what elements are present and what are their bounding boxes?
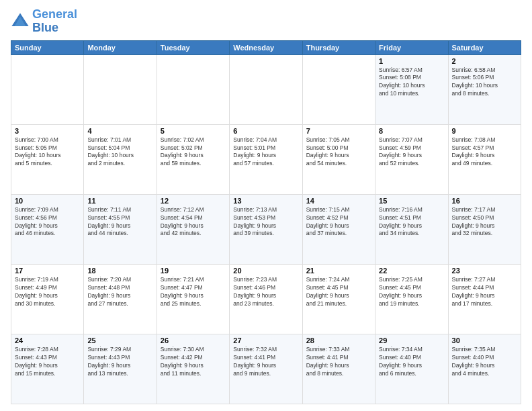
day-info: Sunrise: 7:17 AM Sunset: 4:50 PM Dayligh… [452,206,517,238]
day-number: 25 [87,336,152,345]
col-header-sunday: Sunday [11,40,84,54]
page: General Blue SundayMondayTuesdayWednesda… [0,0,532,411]
day-number: 11 [87,197,152,205]
calendar-cell: 15Sunrise: 7:16 AM Sunset: 4:51 PM Dayli… [375,194,448,264]
calendar-cell [302,54,375,124]
day-info: Sunrise: 7:09 AM Sunset: 4:56 PM Dayligh… [15,206,80,238]
day-number: 3 [15,127,80,135]
logo-text: General Blue [32,8,77,35]
calendar-cell: 27Sunrise: 7:32 AM Sunset: 4:41 PM Dayli… [230,334,302,404]
calendar-cell: 10Sunrise: 7:09 AM Sunset: 4:56 PM Dayli… [11,194,84,264]
day-info: Sunrise: 7:30 AM Sunset: 4:42 PM Dayligh… [161,346,226,378]
day-number: 26 [161,336,226,345]
day-info: Sunrise: 7:02 AM Sunset: 5:02 PM Dayligh… [161,136,226,169]
day-info: Sunrise: 7:08 AM Sunset: 4:57 PM Dayligh… [452,136,517,169]
calendar-cell: 11Sunrise: 7:11 AM Sunset: 4:55 PM Dayli… [84,194,157,264]
calendar-cell: 26Sunrise: 7:30 AM Sunset: 4:42 PM Dayli… [157,334,229,404]
col-header-saturday: Saturday [448,40,521,54]
day-number: 18 [87,267,152,275]
day-info: Sunrise: 7:29 AM Sunset: 4:43 PM Dayligh… [87,346,152,378]
calendar-cell: 4Sunrise: 7:01 AM Sunset: 5:04 PM Daylig… [84,124,157,194]
day-number: 4 [87,127,152,135]
day-info: Sunrise: 7:25 AM Sunset: 4:45 PM Dayligh… [379,276,444,308]
day-number: 14 [306,197,371,205]
col-header-friday: Friday [375,40,448,54]
day-info: Sunrise: 7:33 AM Sunset: 4:41 PM Dayligh… [306,346,371,378]
day-info: Sunrise: 7:07 AM Sunset: 4:59 PM Dayligh… [379,136,444,169]
day-info: Sunrise: 7:27 AM Sunset: 4:44 PM Dayligh… [452,276,517,308]
day-info: Sunrise: 6:58 AM Sunset: 5:06 PM Dayligh… [452,66,517,99]
calendar-week-4: 17Sunrise: 7:19 AM Sunset: 4:49 PM Dayli… [11,264,521,334]
calendar-cell: 20Sunrise: 7:23 AM Sunset: 4:46 PM Dayli… [230,264,302,334]
day-number: 1 [379,57,444,65]
day-info: Sunrise: 7:01 AM Sunset: 5:04 PM Dayligh… [87,136,152,169]
day-info: Sunrise: 7:35 AM Sunset: 4:40 PM Dayligh… [452,346,517,378]
calendar-week-5: 24Sunrise: 7:28 AM Sunset: 4:43 PM Dayli… [11,334,521,404]
day-info: Sunrise: 7:34 AM Sunset: 4:40 PM Dayligh… [379,346,444,378]
day-number: 7 [306,127,371,135]
day-info: Sunrise: 7:15 AM Sunset: 4:52 PM Dayligh… [306,206,371,238]
logo-general: General [32,7,77,21]
day-number: 30 [452,336,517,345]
calendar-cell: 19Sunrise: 7:21 AM Sunset: 4:47 PM Dayli… [157,264,229,334]
day-number: 17 [15,267,80,275]
day-info: Sunrise: 7:23 AM Sunset: 4:46 PM Dayligh… [233,276,298,308]
day-number: 19 [161,267,226,275]
calendar-cell: 9Sunrise: 7:08 AM Sunset: 4:57 PM Daylig… [448,124,521,194]
day-info: Sunrise: 7:32 AM Sunset: 4:41 PM Dayligh… [233,346,298,378]
day-number: 5 [161,127,226,135]
day-info: Sunrise: 7:00 AM Sunset: 5:05 PM Dayligh… [15,136,80,169]
calendar-cell: 16Sunrise: 7:17 AM Sunset: 4:50 PM Dayli… [448,194,521,264]
day-info: Sunrise: 7:13 AM Sunset: 4:53 PM Dayligh… [233,206,298,238]
logo-icon [11,12,30,31]
col-header-tuesday: Tuesday [157,40,229,54]
calendar-cell: 5Sunrise: 7:02 AM Sunset: 5:02 PM Daylig… [157,124,229,194]
calendar-week-3: 10Sunrise: 7:09 AM Sunset: 4:56 PM Dayli… [11,194,521,264]
calendar-cell: 22Sunrise: 7:25 AM Sunset: 4:45 PM Dayli… [375,264,448,334]
day-number: 28 [306,336,371,345]
day-info: Sunrise: 7:12 AM Sunset: 4:54 PM Dayligh… [161,206,226,238]
calendar-cell: 21Sunrise: 7:24 AM Sunset: 4:45 PM Dayli… [302,264,375,334]
day-number: 22 [379,267,444,275]
day-info: Sunrise: 7:16 AM Sunset: 4:51 PM Dayligh… [379,206,444,238]
calendar-cell: 1Sunrise: 6:57 AM Sunset: 5:08 PM Daylig… [375,54,448,124]
day-info: Sunrise: 7:20 AM Sunset: 4:48 PM Dayligh… [87,276,152,308]
day-number: 21 [306,267,371,275]
day-info: Sunrise: 7:04 AM Sunset: 5:01 PM Dayligh… [233,136,298,169]
calendar-cell: 24Sunrise: 7:28 AM Sunset: 4:43 PM Dayli… [11,334,84,404]
day-number: 20 [233,267,298,275]
calendar-table: SundayMondayTuesdayWednesdayThursdayFrid… [11,40,521,404]
calendar-week-2: 3Sunrise: 7:00 AM Sunset: 5:05 PM Daylig… [11,124,521,194]
calendar-cell: 6Sunrise: 7:04 AM Sunset: 5:01 PM Daylig… [230,124,302,194]
calendar-cell [230,54,302,124]
day-number: 29 [379,336,444,345]
day-number: 13 [233,197,298,205]
calendar-cell: 2Sunrise: 6:58 AM Sunset: 5:06 PM Daylig… [448,54,521,124]
col-header-monday: Monday [84,40,157,54]
calendar-cell [11,54,84,124]
calendar-cell: 18Sunrise: 7:20 AM Sunset: 4:48 PM Dayli… [84,264,157,334]
day-info: Sunrise: 7:24 AM Sunset: 4:45 PM Dayligh… [306,276,371,308]
day-info: Sunrise: 7:28 AM Sunset: 4:43 PM Dayligh… [15,346,80,378]
calendar-cell: 25Sunrise: 7:29 AM Sunset: 4:43 PM Dayli… [84,334,157,404]
calendar-week-1: 1Sunrise: 6:57 AM Sunset: 5:08 PM Daylig… [11,54,521,124]
calendar-cell: 7Sunrise: 7:05 AM Sunset: 5:00 PM Daylig… [302,124,375,194]
calendar-cell: 12Sunrise: 7:12 AM Sunset: 4:54 PM Dayli… [157,194,229,264]
calendar-cell: 13Sunrise: 7:13 AM Sunset: 4:53 PM Dayli… [230,194,302,264]
day-number: 27 [233,336,298,345]
logo: General Blue [11,8,77,35]
day-info: Sunrise: 7:21 AM Sunset: 4:47 PM Dayligh… [161,276,226,308]
calendar-cell: 3Sunrise: 7:00 AM Sunset: 5:05 PM Daylig… [11,124,84,194]
header: General Blue [11,8,521,35]
calendar-cell: 17Sunrise: 7:19 AM Sunset: 4:49 PM Dayli… [11,264,84,334]
col-header-wednesday: Wednesday [230,40,302,54]
calendar-cell: 30Sunrise: 7:35 AM Sunset: 4:40 PM Dayli… [448,334,521,404]
day-info: Sunrise: 7:19 AM Sunset: 4:49 PM Dayligh… [15,276,80,308]
calendar-cell: 8Sunrise: 7:07 AM Sunset: 4:59 PM Daylig… [375,124,448,194]
calendar-header-row: SundayMondayTuesdayWednesdayThursdayFrid… [11,40,521,54]
day-number: 2 [452,57,517,65]
calendar-cell: 28Sunrise: 7:33 AM Sunset: 4:41 PM Dayli… [302,334,375,404]
day-number: 16 [452,197,517,205]
calendar-cell: 29Sunrise: 7:34 AM Sunset: 4:40 PM Dayli… [375,334,448,404]
day-number: 12 [161,197,226,205]
